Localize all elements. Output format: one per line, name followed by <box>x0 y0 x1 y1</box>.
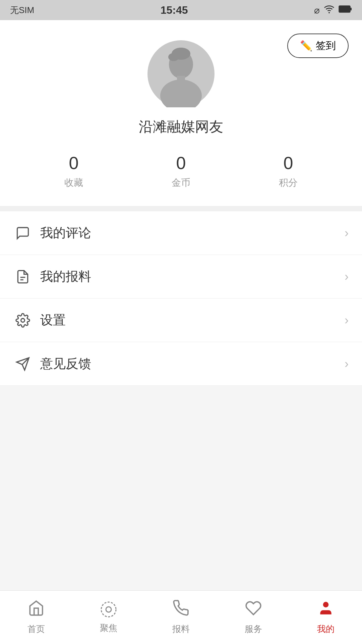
nav-focus-label: 聚焦 <box>100 622 117 634</box>
nav-report[interactable]: 报料 <box>166 600 196 635</box>
battery-icon <box>339 4 352 16</box>
person-icon <box>317 600 334 621</box>
menu-item-reports[interactable]: 我的报料 › <box>0 255 362 299</box>
content-spacer <box>0 386 362 590</box>
section-divider <box>0 206 362 211</box>
checkin-icon: ✏️ <box>300 40 312 52</box>
heart-icon <box>245 600 262 621</box>
points-count: 0 <box>284 153 293 173</box>
nav-service-label: 服务 <box>245 623 262 635</box>
home-icon <box>28 600 45 621</box>
menu-section: 我的评论 › 我的报料 › <box>0 211 362 386</box>
wifi-icon <box>324 4 335 17</box>
reports-label: 我的报料 <box>40 268 345 285</box>
menu-item-feedback[interactable]: 意见反馈 › <box>0 342 362 386</box>
svg-rect-1 <box>339 6 350 12</box>
checkin-label: 签到 <box>316 39 336 53</box>
points-label: 积分 <box>279 176 298 189</box>
checkin-button[interactable]: ✏️ 签到 <box>287 34 349 58</box>
nav-service[interactable]: 服务 <box>238 600 269 635</box>
comments-icon <box>13 224 32 243</box>
svg-point-11 <box>21 318 25 322</box>
feedback-arrow: › <box>345 357 349 371</box>
svg-point-15 <box>106 607 111 612</box>
main-content: ✏️ 签到 沿滩融媒网友 0 收 <box>0 20 362 590</box>
stat-coins: 0 金币 <box>172 153 190 189</box>
svg-point-6 <box>168 53 179 61</box>
feedback-label: 意见反馈 <box>40 355 345 372</box>
status-icons: ⌀ <box>314 4 352 17</box>
settings-arrow: › <box>345 313 349 327</box>
carrier-label: 无SIM <box>10 4 34 16</box>
nav-home-label: 首页 <box>27 623 45 635</box>
nav-report-label: 报料 <box>172 623 190 635</box>
stat-points: 0 积分 <box>279 153 298 189</box>
nav-mine-label: 我的 <box>317 623 335 635</box>
menu-item-settings[interactable]: 设置 › <box>0 299 362 342</box>
nav-home[interactable]: 首页 <box>21 600 52 635</box>
settings-label: 设置 <box>40 312 345 329</box>
reports-arrow: › <box>345 270 349 284</box>
comments-label: 我的评论 <box>40 224 345 241</box>
signal-icon: ⌀ <box>314 5 320 16</box>
favorites-count: 0 <box>69 153 79 173</box>
stat-favorites: 0 收藏 <box>64 153 83 189</box>
svg-point-16 <box>323 602 329 607</box>
profile-section: ✏️ 签到 沿滩融媒网友 0 收 <box>0 20 362 206</box>
comments-arrow: › <box>345 226 349 240</box>
bottom-nav: 首页 聚焦 报料 服务 <box>0 590 362 644</box>
feedback-icon <box>13 355 32 373</box>
nav-focus[interactable]: 聚焦 <box>93 601 124 634</box>
stats-row: 0 收藏 0 金币 0 积分 <box>0 153 362 189</box>
favorites-label: 收藏 <box>64 176 83 189</box>
svg-point-14 <box>101 602 116 617</box>
nav-mine[interactable]: 我的 <box>310 600 341 635</box>
focus-icon <box>100 601 117 620</box>
menu-item-comments[interactable]: 我的评论 › <box>0 211 362 255</box>
clock: 15:45 <box>161 4 188 16</box>
svg-rect-8 <box>177 76 185 85</box>
coins-label: 金币 <box>172 176 190 189</box>
svg-rect-2 <box>350 8 352 10</box>
coins-count: 0 <box>176 153 186 173</box>
reports-icon <box>13 267 32 286</box>
username: 沿滩融媒网友 <box>139 117 223 136</box>
avatar[interactable] <box>147 40 215 107</box>
settings-icon <box>13 311 32 330</box>
status-bar: 无SIM 15:45 ⌀ <box>0 0 362 20</box>
phone-icon <box>173 600 189 621</box>
